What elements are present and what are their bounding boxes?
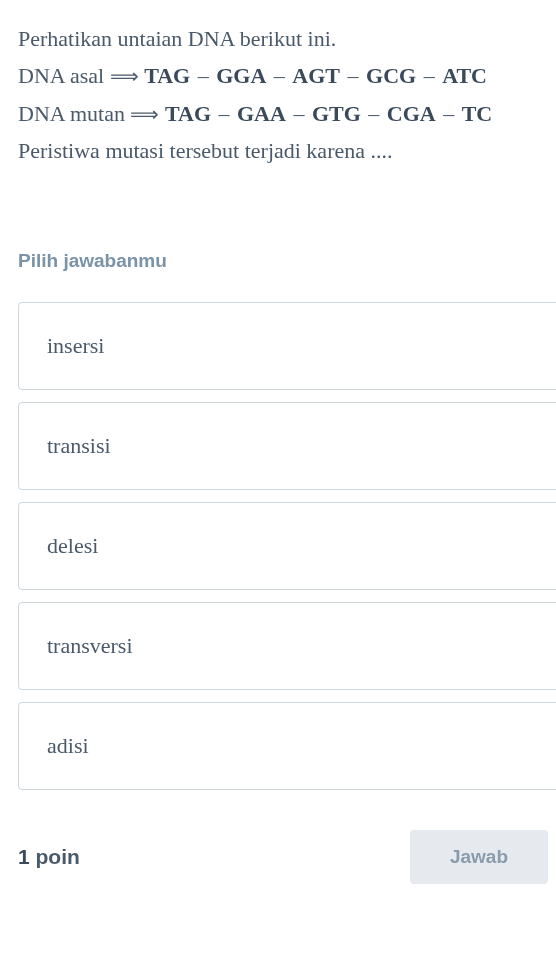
option-transversi[interactable]: transversi (18, 602, 556, 690)
dna-mutant-line: DNA mutan ⟹ TAG – GAA – GTG – CGA – TC (18, 95, 538, 132)
option-adisi[interactable]: adisi (18, 702, 556, 790)
separator: – (291, 101, 306, 126)
option-label: transisi (47, 433, 111, 458)
separator: – (196, 63, 211, 88)
seq-original-0: TAG (144, 63, 190, 88)
points-label: 1 poin (18, 845, 80, 869)
option-label: adisi (47, 733, 89, 758)
seq-original-4: ATC (442, 63, 487, 88)
separator: – (422, 63, 437, 88)
option-delesi[interactable]: delesi (18, 502, 556, 590)
seq-mutant-4: TC (462, 101, 493, 126)
option-label: transversi (47, 633, 133, 658)
option-transisi[interactable]: transisi (18, 402, 556, 490)
points-unit: poin (36, 845, 80, 868)
arrow-icon: ⟹ (130, 97, 159, 131)
question-closing: Peristiwa mutasi tersebut terjadi karena… (18, 132, 538, 169)
separator: – (441, 101, 456, 126)
dna-mutant-label: DNA mutan (18, 101, 125, 126)
seq-mutant-3: CGA (387, 101, 436, 126)
seq-original-3: GCG (366, 63, 416, 88)
dna-original-label: DNA asal (18, 63, 104, 88)
option-insersi[interactable]: insersi (18, 302, 556, 390)
footer: 1 poin Jawab (0, 830, 556, 884)
points-value: 1 (18, 845, 30, 868)
separator: – (272, 63, 287, 88)
seq-mutant-1: GAA (237, 101, 286, 126)
option-label: delesi (47, 533, 98, 558)
dna-original-line: DNA asal ⟹ TAG – GGA – AGT – GCG – ATC (18, 57, 538, 94)
seq-mutant-2: GTG (312, 101, 361, 126)
separator: – (217, 101, 232, 126)
option-label: insersi (47, 333, 104, 358)
seq-original-1: GGA (216, 63, 266, 88)
question-intro: Perhatikan untaian DNA berikut ini. (18, 20, 538, 57)
separator: – (366, 101, 381, 126)
seq-mutant-0: TAG (165, 101, 211, 126)
seq-original-2: AGT (292, 63, 340, 88)
choose-answer-label: Pilih jawabanmu (0, 250, 556, 272)
submit-button[interactable]: Jawab (410, 830, 548, 884)
arrow-icon: ⟹ (110, 59, 139, 93)
question-container: Perhatikan untaian DNA berikut ini. DNA … (0, 0, 556, 190)
options-container: insersi transisi delesi transversi adisi (0, 302, 556, 790)
question-text: Perhatikan untaian DNA berikut ini. DNA … (18, 20, 538, 170)
separator: – (346, 63, 361, 88)
